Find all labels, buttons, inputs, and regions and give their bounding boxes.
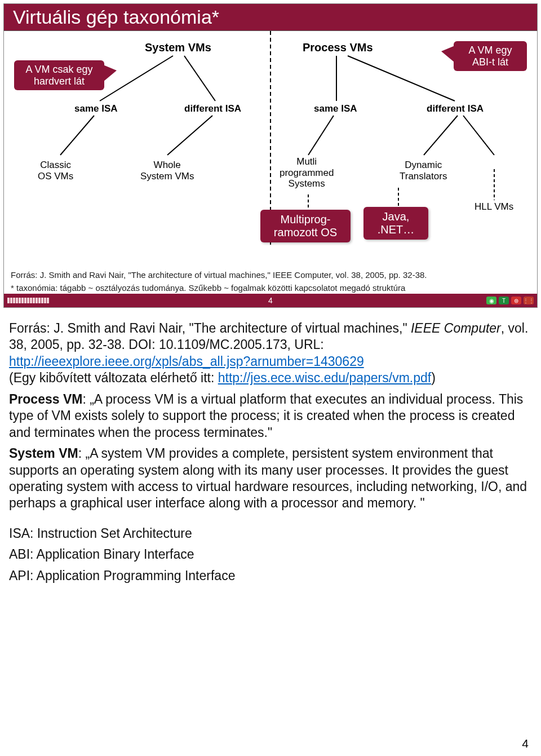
box-multiprog-os: Multiprog-ramozott OS	[260, 210, 351, 242]
svg-line-8	[424, 116, 458, 155]
slide-page-number: 4	[268, 296, 273, 305]
acronym-abi: ABI: Application Binary Interface	[9, 546, 532, 563]
node-dynamic-translators: DynamicTranslators	[400, 160, 447, 182]
svg-line-6	[348, 56, 455, 101]
slide-thumbnail: Virtuális gép taxonómia* A VM csak egyha…	[3, 3, 538, 308]
notes-process-vm: Process VM: „A process VM is a virtual p…	[9, 391, 532, 441]
node-whole-system-vms: WholeSystem VMs	[140, 160, 194, 182]
notes-citation: Forrás: J. Smith and Ravi Nair, "The arc…	[9, 320, 532, 387]
taxonomy-diagram: A VM csak egyhardvert lát A VM egyABI-t …	[4, 31, 537, 268]
slide-footer: 4 ◉ T ⊜ ⋮⋮	[4, 294, 537, 307]
svg-line-3	[60, 116, 94, 155]
callout-system-vms: A VM csak egyhardvert lát	[14, 60, 104, 90]
node-process-vms: Process VMs	[303, 41, 373, 54]
footer-logo-icon	[4, 298, 49, 303]
link-ieee[interactable]: http://ieeexplore.ieee.org/xpls/abs_all.…	[9, 354, 364, 369]
node-diff-isa-2: different ISA	[427, 103, 484, 114]
box-java-net: Java,.NET…	[363, 207, 428, 240]
acronym-isa: ISA: Instruction Set Architecture	[9, 525, 532, 542]
node-same-isa-1: same ISA	[74, 103, 118, 114]
footer-bubble-icon: T	[499, 297, 509, 304]
svg-line-4	[167, 116, 212, 155]
acronym-api: API: Application Programming Interface	[9, 568, 532, 584]
callout-process-vms: A VM egyABI-t lát	[454, 41, 527, 71]
callout-tail-icon	[441, 46, 455, 63]
notes-system-vm: System VM: „A system VM provides a compl…	[9, 445, 532, 512]
svg-line-2	[184, 56, 215, 101]
footer-bubble-icon: ⋮⋮	[524, 297, 534, 304]
svg-line-9	[463, 116, 494, 155]
footer-bubble-icon: ◉	[486, 297, 496, 304]
node-classic-os-vms: ClassicOS VMs	[38, 160, 73, 182]
notes-section: Forrás: J. Smith and Ravi Nair, "The arc…	[0, 311, 541, 595]
callout-tail-icon	[103, 65, 117, 82]
link-wisc-pdf[interactable]: http://jes.ece.wisc.edu/papers/vm.pdf	[218, 370, 431, 385]
callout-text: A VM csak egyhardvert lát	[25, 64, 92, 87]
footer-bubble-icon: ⊜	[511, 297, 521, 304]
slide-title: Virtuális gép taxonómia*	[4, 4, 537, 31]
node-multiprogrammed: MutliprogrammedSystems	[280, 156, 334, 189]
slide-source: Forrás: J. Smith and Ravi Nair, "The arc…	[4, 268, 537, 281]
node-same-isa-2: same ISA	[314, 103, 357, 114]
node-diff-isa-1: different ISA	[184, 103, 241, 114]
svg-line-7	[308, 116, 334, 155]
footer-icons: ◉ T ⊜ ⋮⋮	[486, 297, 534, 304]
callout-text: A VM egyABI-t lát	[468, 45, 512, 68]
node-hll-vms: HLL VMs	[475, 201, 513, 213]
slide-footnote: * taxonómia: tágabb ~ osztályozás tudomá…	[4, 281, 537, 294]
node-system-vms: System VMs	[145, 41, 211, 54]
